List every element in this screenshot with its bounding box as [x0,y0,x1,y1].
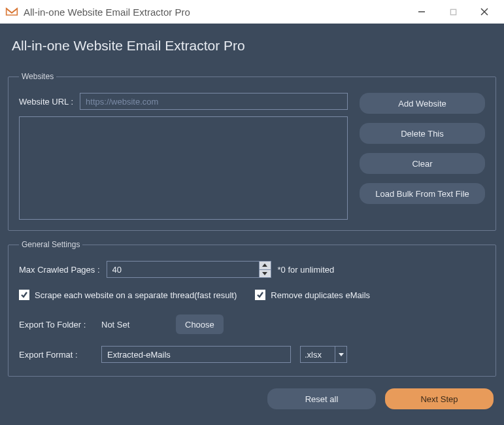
minimize-button[interactable] [415,5,428,18]
website-url-input[interactable] [80,93,348,110]
export-folder-label: Export To Folder : [19,320,92,330]
general-settings-group: General Settings Max Crawled Pages : *0 … [8,240,496,377]
svg-marker-6 [339,353,344,356]
reset-all-button[interactable]: Reset all [267,388,376,409]
max-crawled-hint: *0 for unlimited [278,265,335,275]
page-title: All-in-one Website Email Extractor Pro [8,24,496,72]
svg-marker-4 [262,264,267,267]
checkbox-icon [19,290,29,300]
delete-this-button[interactable]: Delete This [360,123,485,144]
add-website-button[interactable]: Add Website [360,93,485,114]
remove-duplicates-checkbox[interactable]: Remove duplicates eMails [255,290,370,300]
max-crawled-label: Max Crawled Pages : [19,265,100,275]
websites-legend: Websites [19,72,56,81]
websites-group: Websites Website URL : Add Website Delet… [8,72,496,231]
clear-button[interactable]: Clear [360,153,485,174]
scrape-thread-checkbox[interactable]: Scrape each website on a separate thread… [19,290,237,300]
general-settings-legend: General Settings [19,240,82,249]
app-icon [5,5,18,18]
remove-duplicates-label: Remove duplicates eMails [271,290,370,300]
spinner-down-button[interactable] [260,269,271,278]
svg-marker-5 [262,272,267,275]
export-extension-value: .xlsx [301,350,335,360]
export-format-input[interactable] [101,346,291,363]
chevron-down-icon [335,347,346,362]
export-extension-select[interactable]: .xlsx [300,346,347,363]
maximize-button[interactable] [446,5,460,18]
window-controls [415,5,499,18]
checkbox-icon [255,290,265,300]
spinner-up-button[interactable] [260,262,271,269]
website-url-label: Website URL : [19,97,73,107]
next-step-button[interactable]: Next Step [385,388,494,409]
max-crawled-stepper[interactable] [107,261,271,278]
load-bulk-button[interactable]: Load Bulk From Text File [360,183,485,204]
window-title: All-in-one Website Email Extractor Pro [24,7,415,18]
max-crawled-input[interactable] [107,262,259,277]
scrape-thread-label: Scrape each website on a separate thread… [35,290,237,300]
app-body: All-in-one Website Email Extractor Pro W… [0,24,504,425]
svg-rect-1 [450,9,456,14]
export-format-label: Export Format : [19,350,92,360]
titlebar: All-in-one Website Email Extractor Pro [0,0,504,24]
choose-folder-button[interactable]: Choose [176,314,224,334]
footer-buttons: Reset all Next Step [8,386,496,409]
close-button[interactable] [478,5,491,18]
export-folder-value: Not Set [101,320,167,330]
websites-listbox[interactable] [19,116,348,220]
